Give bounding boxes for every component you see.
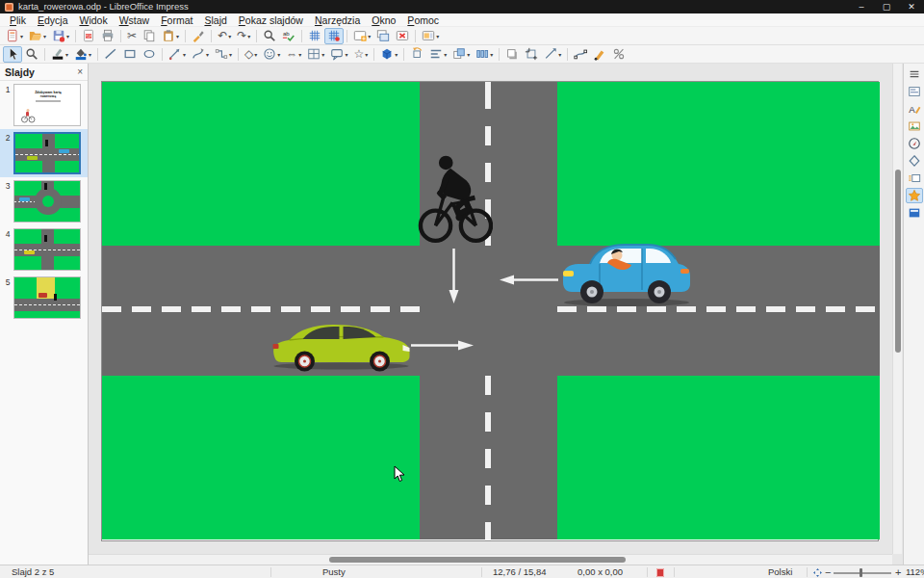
stars-button-dropdown-icon[interactable]: ▾ [365,51,368,58]
line-color-button[interactable]: ▾ [48,46,71,63]
grass-bottom-right[interactable] [557,376,880,539]
3d-objects-button-dropdown-icon[interactable]: ▾ [395,51,398,58]
menu-item-format[interactable]: Format [155,13,198,27]
display-grid-button[interactable] [305,28,324,44]
tab-shapes[interactable] [906,153,923,169]
arrange-button[interactable]: ▾ [449,46,473,63]
rectangle-button[interactable] [120,46,140,63]
edit-points-button[interactable] [571,46,590,63]
callouts-button[interactable]: ▾ [327,46,350,63]
shadow-button[interactable] [502,46,522,63]
sidebar-menu[interactable] [906,66,923,82]
glue-points-button[interactable] [590,46,609,63]
menu-item-edycja[interactable]: Edycja [32,13,74,27]
callouts-button-dropdown-icon[interactable]: ▾ [345,51,347,58]
language-status[interactable]: Polski [768,565,792,578]
distribute-button-dropdown-icon[interactable]: ▾ [490,51,493,58]
basic-shapes-button-dropdown-icon[interactable]: ▾ [254,51,257,58]
arrange-button-dropdown-icon[interactable]: ▾ [467,51,470,58]
find-replace-button[interactable] [260,28,279,44]
tab-slide-transition[interactable] [906,171,923,186]
ellipse-button[interactable] [140,46,159,63]
snap-to-grid-button[interactable] [324,28,344,44]
zoom-slider-thumb[interactable] [860,568,862,577]
tab-styles[interactable]: A [906,101,923,117]
flowchart-button-dropdown-icon[interactable]: ▾ [321,51,324,58]
connector-button-dropdown-icon[interactable]: ▾ [229,51,232,58]
zoom-slider[interactable] [834,572,891,574]
grass-top-left[interactable] [102,82,420,246]
block-arrows-button-dropdown-icon[interactable]: ▾ [298,51,301,58]
zoom-fit-icon[interactable] [813,568,822,577]
slide-properties-button[interactable]: ▾ [419,28,442,44]
slide-thumb-5[interactable]: 5 [0,274,88,322]
lines-arrows-button-dropdown-icon[interactable]: ▾ [183,51,186,58]
redo-button[interactable]: ↷▾ [234,28,253,44]
distribute-button[interactable]: ▾ [473,46,496,63]
zoom-in-button[interactable]: + [895,565,901,578]
horizontal-scrollbar-thumb[interactable] [329,557,626,563]
grass-bottom-left[interactable] [102,376,420,539]
cyclist-silhouette[interactable] [418,151,493,246]
menu-item-plik[interactable]: Plik [4,13,32,27]
block-arrows-button[interactable]: ⇔▾ [283,46,304,63]
new-slide-button-dropdown-icon[interactable]: ▾ [368,33,371,39]
horizontal-scrollbar[interactable] [89,554,892,565]
export-pdf-button[interactable]: PDF [79,28,98,44]
spelling-button[interactable]: ab [279,28,298,44]
menu-item-slajd[interactable]: Slajd [198,13,232,27]
slide-thumb-1[interactable]: 1 Zdobywam kartę rowerową [0,81,88,129]
arrow-left[interactable] [499,273,558,287]
zoom-out-button[interactable]: − [825,565,831,578]
slide-thumb-4[interactable]: 4 [0,225,88,274]
close-button[interactable]: ✕ [899,0,924,13]
fill-color-button-dropdown-icon[interactable]: ▾ [89,51,91,58]
slides-panel-close-icon[interactable]: × [77,66,83,77]
maximize-button[interactable]: ▢ [874,0,899,13]
curve-button[interactable]: ▾ [189,46,212,63]
menu-item-pomoc[interactable]: Pomoc [401,13,445,27]
open-button[interactable]: ▾ [26,28,49,44]
menu-item-pokaz-slajd-w[interactable]: Pokaz slajdów [233,13,309,27]
copy-button[interactable] [140,28,159,44]
image-filter-button-dropdown-icon[interactable]: ▾ [558,51,561,58]
tab-animation[interactable] [906,188,923,203]
rotate-button[interactable] [407,46,426,63]
menu-item-widok[interactable]: Widok [73,13,113,27]
paste-button-dropdown-icon[interactable]: ▾ [176,33,179,39]
select-tool[interactable] [3,46,22,63]
new-slide-button[interactable]: ▾ [350,28,373,44]
blue-car[interactable] [556,234,698,309]
fill-color-button[interactable]: ▾ [71,46,94,63]
slide-properties-button-dropdown-icon[interactable]: ▾ [436,33,439,39]
image-filter-button[interactable]: ▾ [541,46,564,63]
tab-navigator[interactable] [906,136,923,151]
tab-master-slides[interactable] [906,205,923,221]
vertical-scrollbar[interactable] [892,64,902,554]
slide-thumb-3[interactable]: 3 [0,177,88,225]
crop-image-button[interactable] [522,46,541,63]
lime-car[interactable] [268,316,415,372]
stars-button[interactable]: ☆▾ [350,46,371,63]
symbol-shapes-button-dropdown-icon[interactable]: ▾ [277,51,280,58]
arrow-right[interactable] [411,338,475,353]
toggle-extrusion-button[interactable] [609,46,629,63]
paste-button[interactable]: ▾ [159,28,182,44]
vertical-scrollbar-thumb[interactable] [895,170,901,353]
align-objects-button[interactable]: ▾ [426,46,449,63]
slide-thumb-2[interactable]: 2 [0,129,88,177]
minimize-button[interactable]: – [849,0,874,13]
duplicate-slide-button[interactable] [373,28,393,44]
undo-button-dropdown-icon[interactable]: ▾ [228,33,231,39]
lines-arrows-button[interactable]: ▾ [166,46,189,63]
zoom-level[interactable]: 112% [906,565,924,578]
flowchart-button[interactable]: ▾ [304,46,327,63]
arrow-down[interactable] [447,249,461,304]
tab-gallery[interactable] [906,118,923,134]
delete-slide-button[interactable] [393,28,412,44]
line-color-button-dropdown-icon[interactable]: ▾ [65,51,68,58]
zoom-tool[interactable] [22,46,41,63]
basic-shapes-button[interactable]: ◇▾ [242,46,260,63]
clone-formatting-button[interactable] [189,28,208,44]
menu-item-okno[interactable]: Okno [366,13,401,27]
